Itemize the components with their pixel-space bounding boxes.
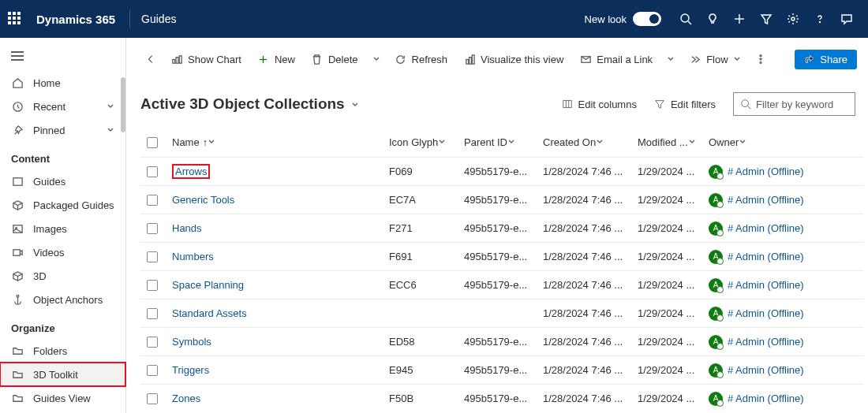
avatar-icon: A [709, 250, 723, 264]
hamburger-icon[interactable] [0, 44, 125, 71]
row-icon: F069 [389, 166, 464, 177]
row-name-link[interactable]: Arrows [172, 164, 210, 179]
row-owner-link[interactable]: A# Admin (Offline) [709, 307, 863, 321]
table-row: TriggersE945495b5179-e...1/28/2024 7:46 … [140, 355, 863, 384]
row-owner-link[interactable]: A# Admin (Offline) [709, 335, 863, 349]
filter-icon[interactable] [753, 0, 780, 38]
help-icon[interactable] [806, 0, 833, 38]
nav-3d[interactable]: 3D [0, 264, 125, 288]
row-checkbox[interactable] [147, 166, 158, 177]
row-owner-link[interactable]: A# Admin (Offline) [709, 278, 863, 292]
row-created: 1/28/2024 7:46 ... [543, 393, 638, 404]
filter-input[interactable]: Filter by keyword [733, 92, 855, 116]
row-checkbox[interactable] [147, 393, 158, 404]
toggle-icon[interactable] [633, 12, 661, 26]
nav-recent[interactable]: Recent [0, 95, 125, 118]
new-look-toggle[interactable]: New look [585, 12, 661, 26]
refresh-button[interactable]: Refresh [388, 49, 455, 69]
email-button[interactable]: Email a Link [573, 49, 659, 69]
row-owner-link[interactable]: A# Admin (Offline) [709, 363, 863, 378]
select-all-checkbox[interactable] [147, 137, 158, 148]
row-name-link[interactable]: Standard Assets [172, 307, 247, 319]
edit-filters-button[interactable]: Edit filters [654, 99, 716, 110]
col-name[interactable]: Name↑ [172, 136, 389, 148]
view-title[interactable]: Active 3D Object Collections [140, 95, 359, 113]
row-modified: 1/29/2024 ... [638, 336, 709, 348]
delete-button[interactable]: Delete [305, 49, 365, 69]
row-checkbox[interactable] [147, 337, 158, 348]
nav-label: 3D Toolkit [33, 369, 78, 381]
settings-icon[interactable] [780, 0, 806, 38]
row-name-link[interactable]: Symbols [172, 336, 211, 348]
row-modified: 1/29/2024 ... [638, 194, 709, 206]
row-owner-link[interactable]: A# Admin (Offline) [709, 165, 863, 179]
row-checkbox[interactable] [147, 365, 158, 376]
brand-label: Dynamics 365 [36, 13, 115, 26]
table-row: Space PlanningECC6495b5179-e...1/28/2024… [140, 270, 863, 299]
row-name-link[interactable]: Space Planning [172, 279, 244, 291]
col-modified[interactable]: Modified ... [638, 136, 709, 148]
sidebar: Home Recent Pinned Content Guides Packag… [0, 38, 126, 413]
nav-toolkit[interactable]: 3D Toolkit [0, 363, 125, 386]
nav-images[interactable]: Images [0, 217, 125, 240]
svg-rect-12 [172, 59, 174, 63]
nav-folders[interactable]: Folders [0, 339, 125, 363]
row-checkbox[interactable] [147, 308, 158, 319]
row-checkbox[interactable] [147, 280, 158, 291]
col-created[interactable]: Created On [543, 136, 638, 148]
avatar-icon: A [709, 221, 723, 236]
app-launcher-icon[interactable] [8, 12, 22, 26]
add-icon[interactable] [726, 0, 753, 38]
row-name-link[interactable]: Generic Tools [172, 194, 234, 206]
row-owner-link[interactable]: A# Admin (Offline) [709, 221, 863, 236]
nav-anchors[interactable]: Object Anchors [0, 288, 125, 311]
new-button[interactable]: New [251, 49, 301, 69]
row-created: 1/28/2024 7:46 ... [543, 279, 638, 291]
nav-guides-view[interactable]: Guides View [0, 386, 125, 410]
nav-home[interactable]: Home [0, 71, 125, 95]
row-name-link[interactable]: Triggers [172, 364, 209, 376]
video-icon [11, 246, 24, 259]
col-owner[interactable]: Owner [709, 136, 863, 148]
row-owner-link[interactable]: A# Admin (Offline) [709, 250, 863, 264]
row-name-link[interactable]: Zones [172, 393, 200, 404]
edit-columns-button[interactable]: Edit columns [562, 99, 637, 110]
flow-button[interactable]: Flow [683, 49, 746, 69]
row-checkbox[interactable] [147, 251, 158, 262]
table-row: NumbersF691495b5179-e...1/28/2024 7:46 .… [140, 242, 863, 270]
scrollbar[interactable] [121, 77, 125, 132]
row-owner-link[interactable]: A# Admin (Offline) [709, 193, 863, 207]
row-name-link[interactable]: Hands [172, 222, 202, 234]
nav-packaged[interactable]: Packaged Guides [0, 193, 125, 217]
row-name-link[interactable]: Numbers [172, 251, 214, 262]
chevron-down-icon [596, 136, 604, 148]
folder-icon [11, 392, 24, 404]
row-owner-link[interactable]: A# Admin (Offline) [709, 392, 863, 406]
col-icon[interactable]: Icon Glyph [389, 136, 464, 148]
svg-rect-24 [563, 101, 572, 108]
chevron-down-icon [733, 54, 741, 65]
back-button[interactable] [140, 50, 161, 69]
show-chart-button[interactable]: Show Chart [164, 49, 248, 69]
email-split[interactable] [662, 51, 679, 67]
chevron-down-icon [107, 125, 114, 136]
more-button[interactable] [750, 50, 771, 69]
nav-videos[interactable]: Videos [0, 240, 125, 264]
nav-pinned[interactable]: Pinned [0, 118, 125, 142]
row-checkbox[interactable] [147, 195, 158, 206]
svg-line-1 [688, 21, 691, 24]
nav-guides[interactable]: Guides [0, 169, 125, 193]
share-button[interactable]: Share [795, 50, 857, 69]
nav-label: Pinned [33, 125, 65, 136]
lightbulb-icon[interactable] [699, 0, 726, 38]
avatar-icon: A [709, 363, 723, 378]
visualize-button[interactable]: Visualize this view [457, 49, 570, 69]
nav-label: Recent [33, 101, 65, 113]
section-content: Content [0, 142, 125, 169]
row-checkbox[interactable] [147, 223, 158, 234]
col-parent[interactable]: Parent ID [464, 136, 543, 148]
chat-icon[interactable] [833, 0, 860, 38]
delete-split[interactable] [368, 51, 385, 67]
search-icon[interactable] [672, 0, 699, 38]
pin-icon [11, 124, 24, 136]
